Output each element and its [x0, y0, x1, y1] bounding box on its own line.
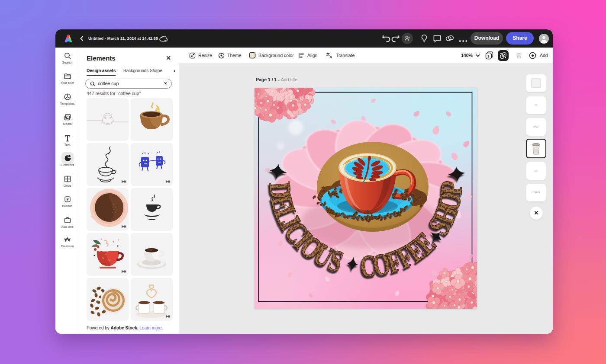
svg-text:P: P — [434, 180, 469, 196]
svg-text:A: A — [329, 55, 332, 59]
svg-text:1: 1 — [487, 54, 490, 58]
